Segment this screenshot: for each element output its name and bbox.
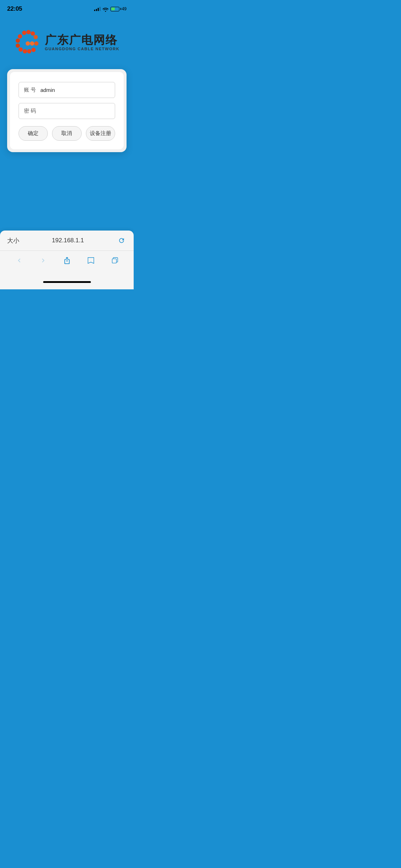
svg-point-4 xyxy=(18,34,22,38)
password-label: 密 码 xyxy=(24,108,36,114)
svg-point-6 xyxy=(16,43,20,48)
battery-tip xyxy=(120,8,121,10)
address-url[interactable]: 192.168.1.1 xyxy=(52,237,84,244)
register-button[interactable]: 设备注册 xyxy=(86,126,115,141)
status-bar: 22:05 49 xyxy=(0,0,134,16)
login-card-inner: 账 号 密 码 确定 取消 设备注册 xyxy=(10,72,124,149)
svg-point-12 xyxy=(30,41,34,46)
battery-indicator: 49 xyxy=(110,6,127,11)
bottom-area: 大小 192.168.1.1 xyxy=(0,231,134,289)
svg-point-10 xyxy=(31,48,36,52)
reload-button[interactable] xyxy=(117,236,127,246)
password-input[interactable] xyxy=(40,108,110,114)
cancel-button[interactable]: 取消 xyxy=(52,126,81,141)
logo-sub-text: GUANGDONG CABLE NETWORK xyxy=(45,47,119,51)
svg-point-7 xyxy=(19,47,23,52)
svg-point-9 xyxy=(27,49,31,53)
signal-icon xyxy=(94,7,101,11)
logo-area: 广东广电网络 GUANGDONG CABLE NETWORK xyxy=(14,30,119,55)
wifi-icon xyxy=(103,7,108,11)
account-input[interactable] xyxy=(40,87,110,93)
svg-point-1 xyxy=(26,30,31,34)
svg-point-11 xyxy=(34,41,38,46)
svg-point-2 xyxy=(31,31,35,36)
back-button[interactable] xyxy=(10,254,28,267)
size-label: 大小 xyxy=(7,237,19,245)
battery-percent: 49 xyxy=(122,6,127,11)
status-time: 22:05 xyxy=(7,5,22,12)
svg-point-0 xyxy=(22,31,26,35)
logo-text: 广东广电网络 GUANGDONG CABLE NETWORK xyxy=(45,34,119,51)
svg-point-3 xyxy=(34,35,38,39)
svg-rect-14 xyxy=(112,259,116,263)
battery-fill xyxy=(111,7,115,10)
home-indicator xyxy=(0,277,134,289)
button-row: 确定 取消 设备注册 xyxy=(19,126,115,141)
account-label: 账 号 xyxy=(24,87,36,93)
brand-logo-icon xyxy=(14,30,39,55)
bookmarks-button[interactable] xyxy=(82,254,100,267)
address-bar: 大小 192.168.1.1 xyxy=(0,231,134,250)
share-button[interactable] xyxy=(58,254,76,267)
svg-point-5 xyxy=(16,38,20,43)
tabs-button[interactable] xyxy=(106,254,124,267)
svg-point-8 xyxy=(23,49,27,53)
confirm-button[interactable]: 确定 xyxy=(19,126,48,141)
logo-main-text: 广东广电网络 xyxy=(45,34,119,46)
battery-body xyxy=(110,7,119,11)
home-bar xyxy=(43,281,91,283)
forward-button[interactable] xyxy=(34,254,52,267)
account-field[interactable]: 账 号 xyxy=(19,82,115,98)
main-content: 广东广电网络 GUANGDONG CABLE NETWORK 账 号 密 码 确… xyxy=(0,16,134,159)
svg-point-13 xyxy=(26,41,30,46)
password-field[interactable]: 密 码 xyxy=(19,103,115,119)
browser-nav xyxy=(0,250,134,277)
login-card: 账 号 密 码 确定 取消 设备注册 xyxy=(7,69,127,152)
status-icons: 49 xyxy=(94,6,127,11)
